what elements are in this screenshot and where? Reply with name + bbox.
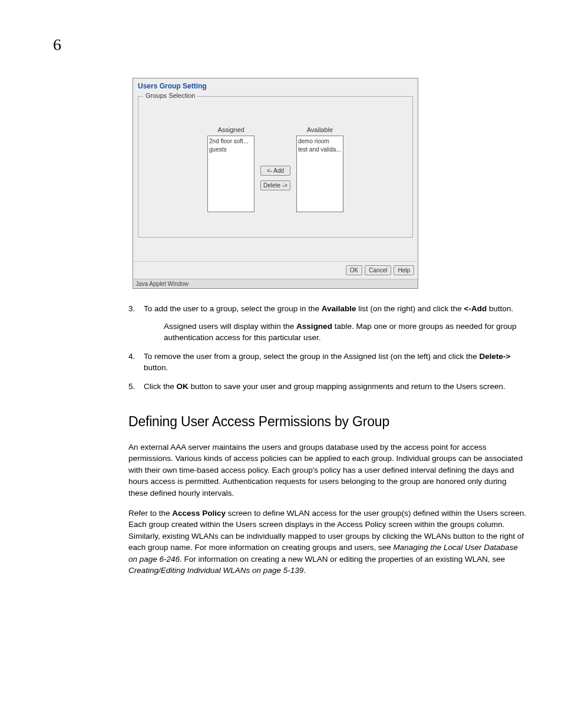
italic-text: Creating/Editing Individual WLANs on pag…	[128, 566, 303, 575]
bold-text: Access Policy	[172, 509, 226, 518]
page-number: 6	[53, 35, 533, 54]
body-text: 3. To add the user to a group, select th…	[128, 303, 533, 577]
add-button[interactable]: <- Add	[260, 166, 290, 176]
text: . For information on creating a new WLAN…	[180, 555, 505, 564]
sub-paragraph: Assigned users will display within the A…	[164, 321, 527, 344]
ok-button[interactable]: OK	[346, 265, 362, 275]
bold-text: Delete->	[480, 352, 511, 361]
help-button[interactable]: Help	[394, 265, 414, 275]
assigned-column: Assigned 2nd floor soft... guests	[207, 126, 254, 212]
bold-text: OK	[177, 382, 189, 391]
delete-button[interactable]: Delete ->	[260, 180, 290, 190]
text: button.	[487, 304, 513, 313]
step-number: 5.	[128, 381, 144, 393]
cancel-button[interactable]: Cancel	[365, 265, 391, 275]
list-item[interactable]: 2nd floor soft...	[209, 137, 253, 146]
paragraph: Refer to the Access Policy screen to def…	[128, 508, 527, 577]
assigned-listbox[interactable]: 2nd floor soft... guests	[207, 136, 254, 212]
step-number: 4.	[128, 351, 144, 374]
applet-window: Users Group Setting Groups Selection Ass…	[133, 78, 418, 289]
text: button to save your user and group mappi…	[189, 382, 505, 391]
step-4: 4. To remove the user from a group, sele…	[128, 351, 527, 374]
list-item[interactable]: demo rioom	[298, 137, 342, 146]
transfer-buttons: <- Add Delete ->	[254, 144, 296, 212]
text: Assigned users will display within the	[164, 322, 296, 331]
text: .	[303, 566, 306, 575]
step-number: 3.	[128, 303, 144, 344]
fieldset-legend: Groups Selection	[143, 92, 197, 99]
groups-selection-fieldset: Groups Selection Assigned 2nd floor soft…	[138, 96, 413, 238]
bold-text: <-Add	[464, 304, 487, 313]
step-5: 5. Click the OK button to save your user…	[128, 381, 527, 393]
applet-status-bar: Java Applet Window	[133, 279, 418, 288]
list-item[interactable]: guests	[209, 146, 253, 154]
screenshot-figure: Users Group Setting Groups Selection Ass…	[133, 78, 533, 289]
bold-text: Assigned	[296, 322, 332, 331]
available-listbox[interactable]: demo rioom test and valida...	[296, 136, 343, 212]
text: list (on the right) and click the	[356, 304, 464, 313]
step-3: 3. To add the user to a group, select th…	[128, 303, 527, 344]
applet-title: Users Group Setting	[133, 78, 418, 93]
list-item[interactable]: test and valida...	[298, 146, 342, 154]
text: To add the user to a group, select the g…	[144, 304, 322, 313]
paragraph: An external AAA server maintains the use…	[128, 442, 527, 499]
section-heading: Defining User Access Permissions by Grou…	[128, 412, 527, 431]
text: button.	[144, 363, 168, 372]
bold-text: Available	[322, 304, 356, 313]
assigned-label: Assigned	[217, 126, 244, 133]
available-label: Available	[307, 126, 333, 133]
available-column: Available demo rioom test and valida...	[296, 126, 343, 212]
text: Refer to the	[128, 509, 172, 518]
text: Click the	[144, 382, 177, 391]
applet-footer: OK Cancel Help	[133, 261, 418, 279]
text: To remove the user from a group, select …	[144, 352, 480, 361]
